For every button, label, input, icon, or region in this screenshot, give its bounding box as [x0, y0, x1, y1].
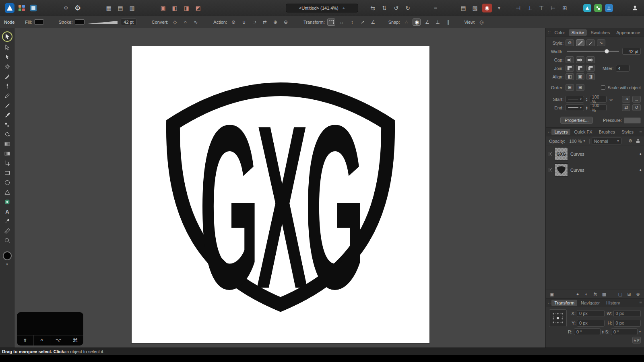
action-reverse-curve-icon[interactable]: ⇄ [261, 19, 269, 26]
start-arrowhead-alt-icon[interactable]: → [632, 96, 641, 103]
end-reset-icon[interactable]: ↺ [632, 104, 641, 111]
action-smooth-curve-icon[interactable]: ⊃ [250, 19, 258, 26]
snapping-grid-icon[interactable]: ▦ [104, 4, 113, 12]
start-style-dropdown[interactable]: ▾ [566, 96, 584, 103]
link-start-end-icon[interactable]: ∞ [609, 97, 614, 102]
join-round-icon[interactable] [576, 65, 584, 72]
fill-layer-icon[interactable]: ● [575, 292, 580, 296]
preferences-gear-icon[interactable]: ⚙ [73, 4, 82, 12]
snap-to-points-icon[interactable]: ∴ [402, 19, 410, 26]
edit-all-layers-icon[interactable]: ▣ [549, 292, 555, 297]
tool-ruler[interactable] [2, 226, 12, 235]
persona-pixel-icon[interactable] [594, 4, 602, 12]
style-brush-icon[interactable]: ∿ [597, 39, 605, 46]
tool-paint-brush[interactable] [2, 111, 12, 119]
align-left-icon[interactable]: ⊣ [514, 4, 522, 12]
transform-shear-icon[interactable]: ∠ [369, 19, 377, 26]
snapping-columns-icon[interactable]: ▥ [128, 4, 136, 12]
persona-designer-icon[interactable] [583, 4, 591, 12]
tool-flood-fill[interactable] [2, 130, 12, 138]
join-miter-icon[interactable] [566, 65, 574, 72]
end-swap-icon[interactable]: ⇄ [622, 104, 630, 111]
tab-navigator[interactable]: Navigator [578, 300, 603, 306]
order-icon[interactable]: ≡ [431, 4, 440, 12]
tool-color-picker[interactable] [2, 217, 12, 225]
distribute-icon[interactable]: ⊞ [560, 4, 569, 12]
tool-vector-brush[interactable] [2, 101, 12, 109]
stroke-width-wedge[interactable] [87, 20, 118, 25]
fill-swatch[interactable] [34, 19, 44, 25]
account-person-icon[interactable] [630, 4, 639, 12]
convert-smart-node-icon[interactable]: ∿ [192, 19, 200, 26]
rotate-ccw-icon[interactable]: ↺ [392, 4, 400, 12]
insert-on-top-icon[interactable]: ◨ [182, 4, 191, 12]
canvas-viewport[interactable]: GXG ⇧ ^ ⌥ ⌘ [14, 28, 545, 348]
tool-rectangle[interactable] [2, 169, 12, 177]
align-inside-icon[interactable]: ▣ [576, 73, 584, 80]
miter-input[interactable]: 4 [616, 65, 630, 72]
tab-swatches[interactable]: Swatches [588, 29, 613, 36]
r-stepper[interactable]: ▴▾ [602, 330, 604, 334]
stroke-width-input[interactable]: 42 pt [121, 19, 136, 25]
pressure-profile-box[interactable] [624, 117, 641, 123]
snap-parallel-icon[interactable]: ∥ [444, 19, 452, 26]
transform-selection-box-icon[interactable] [327, 19, 335, 26]
align-outside-icon[interactable]: ◨ [586, 73, 595, 80]
tool-transparency[interactable] [2, 140, 12, 148]
tool-pointer[interactable] [2, 53, 12, 61]
tab-action-button[interactable]: + [343, 6, 345, 10]
tool-shape[interactable] [2, 197, 12, 206]
layer-visibility-dot[interactable]: ● [640, 152, 642, 156]
action-break-curve-icon[interactable]: ⊘ [229, 19, 237, 26]
new-document-icon[interactable] [29, 4, 38, 12]
align-bottom-icon[interactable]: ⊥ [525, 4, 534, 12]
tool-ellipse[interactable] [2, 178, 12, 187]
tool-zoom[interactable] [2, 236, 12, 245]
width-slider[interactable] [567, 51, 619, 52]
panel-grip[interactable]: ∷ [548, 130, 550, 134]
end-style-dropdown[interactable]: ▾ [566, 104, 584, 111]
style-none-icon[interactable]: ⊘ [566, 39, 574, 46]
properties-button[interactable]: Properties... [560, 117, 593, 124]
lock-layer-icon[interactable] [635, 139, 641, 144]
snapping-rows-icon[interactable]: ▤ [116, 4, 125, 12]
persona-export-icon[interactable] [605, 4, 613, 12]
panel-menu-icon[interactable]: ≡ [639, 300, 642, 306]
new-layer-icon[interactable]: ▢ [617, 292, 623, 297]
settings-gear-small-icon[interactable]: ⚙ [62, 4, 70, 12]
arrange-rows-icon[interactable]: ▤ [459, 4, 468, 12]
action-close-curve-icon[interactable]: ∪ [240, 19, 248, 26]
start-scale-input[interactable]: 100 % [590, 96, 607, 103]
cap-round-icon[interactable] [576, 56, 584, 63]
tool-triangle[interactable] [2, 188, 12, 196]
panel-menu-icon[interactable]: ≡ [639, 129, 642, 135]
tab-history[interactable]: History [603, 300, 623, 306]
layer-row-1[interactable]: GXG Curves ● [546, 146, 644, 162]
flip-horizontal-icon[interactable]: ⇆ [368, 4, 377, 12]
snap-to-geometry-icon[interactable]: ◉ [413, 19, 421, 26]
r-input[interactable]: 0 ° [574, 328, 601, 335]
layer-mask-icon[interactable]: ▦ [601, 292, 607, 297]
h-input[interactable]: 0 px [613, 320, 641, 327]
snapping-toggle-button[interactable]: ◉ [482, 4, 492, 12]
tab-appearance[interactable]: Appearance [613, 29, 643, 36]
tool-pixel[interactable] [2, 120, 12, 129]
y-input[interactable]: 0 px [577, 320, 605, 327]
tool-pen[interactable] [2, 82, 12, 90]
start-stepper[interactable]: ▴▾ [586, 97, 588, 101]
document-tab[interactable]: <Untitled> (141.4%) + [286, 4, 358, 12]
insert-behind-icon[interactable]: ▣ [159, 4, 167, 12]
w-input[interactable]: 0 px [613, 310, 641, 317]
width-value-input[interactable]: 42 pt [622, 48, 641, 55]
align-center-icon[interactable]: ◧ [566, 73, 574, 80]
tab-layers[interactable]: Layers [551, 129, 570, 135]
end-stepper[interactable]: ▴▾ [586, 106, 588, 110]
tab-stroke[interactable]: Stroke [569, 29, 587, 36]
layer-effects-icon[interactable]: fx [592, 292, 598, 296]
start-arrowhead-icon[interactable]: ⇥ [622, 96, 630, 103]
style-solid-icon[interactable] [576, 39, 584, 46]
transform-scale-icon[interactable]: ↕ [348, 19, 356, 26]
opacity-value[interactable]: 100 %▾ [567, 138, 587, 144]
cap-square-icon[interactable] [586, 56, 595, 63]
join-bevel-icon[interactable] [586, 65, 595, 72]
